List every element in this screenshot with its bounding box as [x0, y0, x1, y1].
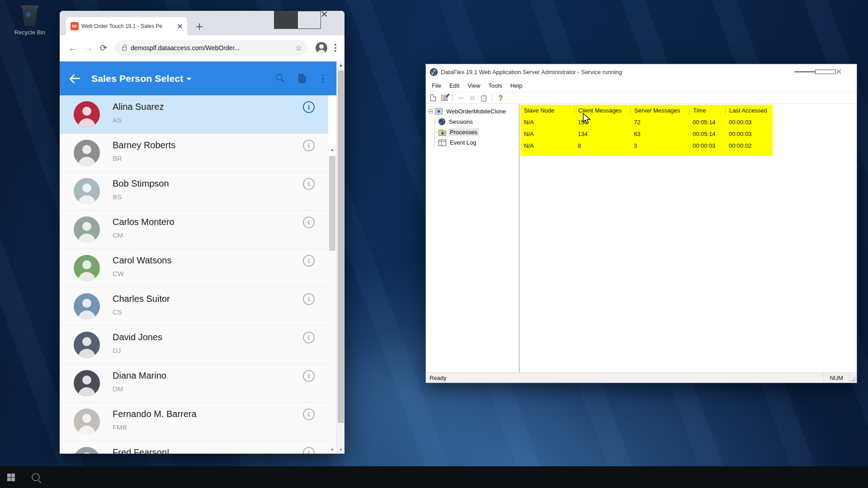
- paste-button[interactable]: 📋: [479, 94, 488, 103]
- info-button[interactable]: i: [303, 408, 315, 420]
- menu-item-help[interactable]: Help: [506, 80, 527, 91]
- person-monogram: BS: [113, 193, 169, 201]
- browser-menu-button[interactable]: [335, 44, 336, 52]
- df-maximize-button[interactable]: [815, 64, 836, 80]
- table-header-cell[interactable]: Time: [689, 106, 725, 115]
- list-scrollbar-thumb[interactable]: [329, 156, 335, 251]
- info-button[interactable]: i: [303, 447, 315, 454]
- cut-button[interactable]: ✂: [457, 94, 466, 103]
- table-header-cell[interactable]: Last Accessed: [725, 106, 773, 115]
- browser-minimize-button[interactable]: [274, 11, 297, 29]
- reload-button[interactable]: ⟳: [96, 40, 111, 56]
- info-button[interactable]: i: [303, 178, 315, 190]
- tree-item-processes[interactable]: Processes: [435, 127, 519, 137]
- person-monogram: CS: [113, 308, 170, 316]
- person-avatar: [74, 447, 100, 454]
- person-name: Barney Roberts: [113, 139, 175, 151]
- scroll-up-icon[interactable]: ▲: [328, 146, 336, 154]
- profile-avatar-button[interactable]: [316, 42, 327, 54]
- info-button[interactable]: i: [303, 255, 315, 267]
- app-menu-button[interactable]: [322, 75, 324, 83]
- table-header-cell[interactable]: Server Messages: [630, 106, 689, 115]
- menu-item-tools[interactable]: Tools: [484, 80, 506, 91]
- person-row[interactable]: Carlos MonteroCMi: [60, 211, 328, 249]
- person-row[interactable]: Bob StimpsonBSi: [60, 172, 328, 211]
- bookmark-star-icon[interactable]: ☆: [295, 43, 302, 53]
- person-row[interactable]: Carol WatsonsCWi: [60, 249, 328, 287]
- person-text: Alina SuarezAS: [113, 101, 164, 124]
- tree-item-event-log[interactable]: Event Log: [435, 137, 519, 148]
- page-scrollbar[interactable]: ▲ ▼: [336, 61, 344, 454]
- person-row[interactable]: Charles SuitorCSi: [60, 287, 328, 326]
- info-button[interactable]: i: [303, 293, 315, 305]
- person-row[interactable]: Diana MarinoDMi: [60, 364, 328, 403]
- person-row[interactable]: Barney RobertsBRi: [60, 134, 328, 172]
- taskbar-search-button[interactable]: [32, 473, 40, 481]
- lock-icon: [122, 47, 127, 51]
- person-monogram: CM: [113, 231, 175, 239]
- person-row[interactable]: David JonesDJi: [60, 326, 328, 364]
- back-button[interactable]: ←: [65, 40, 80, 56]
- recycle-bin[interactable]: ♻ Recycle Bin: [8, 4, 52, 36]
- scroll-up-icon[interactable]: ▲: [337, 61, 345, 69]
- table-row[interactable]: N/A1346300:05:1400:00:03: [520, 128, 773, 140]
- browser-tab[interactable]: DF Web Order Touch 19.1 - Sales Pe: [66, 17, 187, 35]
- table-header-cell[interactable]: Client Messages: [574, 106, 630, 115]
- menu-item-edit[interactable]: Edit: [445, 80, 463, 91]
- new-tab-button[interactable]: [193, 21, 205, 33]
- person-monogram: DJ: [113, 347, 162, 354]
- person-row[interactable]: Alina SuarezASi: [60, 95, 328, 134]
- table-cell: N/A: [520, 119, 574, 126]
- app-back-button[interactable]: [70, 73, 81, 84]
- person-row[interactable]: Fernando M. BarreraFMBi: [60, 403, 328, 441]
- page-title[interactable]: Sales Person Select: [91, 73, 191, 84]
- tree-item-sessions[interactable]: Sessions: [435, 117, 519, 127]
- copy-button[interactable]: ⧉: [468, 94, 477, 103]
- status-bar: Ready NUM: [426, 372, 857, 383]
- tree-children: SessionsProcessesEvent Log: [434, 117, 519, 148]
- scroll-down-icon[interactable]: ▼: [328, 446, 336, 454]
- info-button[interactable]: i: [303, 332, 315, 343]
- table-cell: 150: [574, 119, 630, 126]
- app-document-button[interactable]: [297, 74, 307, 84]
- df-minimize-button[interactable]: [794, 64, 815, 80]
- app-search-button[interactable]: [276, 74, 286, 84]
- menu-item-view[interactable]: View: [463, 80, 484, 91]
- list-scrollbar[interactable]: ▲ ▼: [328, 146, 336, 454]
- info-button[interactable]: i: [303, 140, 315, 151]
- person-name: Alina Suarez: [113, 101, 164, 113]
- person-row[interactable]: Fred Fearson!i: [60, 441, 328, 454]
- info-button[interactable]: i: [303, 370, 315, 382]
- scissors-icon: ✂: [458, 94, 464, 102]
- forward-button[interactable]: →: [80, 40, 96, 56]
- scroll-down-icon[interactable]: ▼: [337, 446, 345, 454]
- dataflex-title-bar[interactable]: DataFlex 19.1 Web Application Server Adm…: [426, 64, 857, 80]
- help-button[interactable]: ?: [496, 94, 505, 103]
- document-icon: [298, 74, 306, 83]
- person-avatar: [74, 370, 100, 396]
- toolbar-separator: [492, 94, 492, 102]
- address-bar[interactable]: demosplf.dataaccess.com/WebOrder... ☆: [115, 40, 307, 56]
- browser-close-button[interactable]: [321, 11, 344, 29]
- page-scrollbar-thumb[interactable]: [338, 70, 344, 423]
- table-row[interactable]: N/A8300:00:0300:00:02: [520, 140, 773, 151]
- person-monogram: FMB: [113, 423, 197, 431]
- browser-maximize-button[interactable]: [297, 11, 321, 29]
- person-name: Fred Fearson!: [113, 446, 170, 454]
- collapse-toggle-icon[interactable]: [429, 109, 433, 113]
- df-close-button[interactable]: [836, 64, 857, 80]
- start-button[interactable]: [0, 466, 22, 488]
- menu-bar: FileEditViewToolsHelp: [426, 80, 857, 92]
- tree-root-item[interactable]: WebOrderMobileClone: [429, 106, 519, 117]
- tab-close-icon[interactable]: [176, 23, 184, 30]
- info-button[interactable]: i: [303, 101, 315, 113]
- chevron-down-icon: [187, 78, 191, 80]
- new-document-button[interactable]: [429, 94, 438, 103]
- properties-button[interactable]: [440, 94, 449, 103]
- menu-item-file[interactable]: File: [428, 80, 445, 91]
- info-button[interactable]: i: [303, 216, 315, 228]
- paste-icon: 📋: [480, 94, 487, 102]
- resize-grip[interactable]: [849, 373, 857, 383]
- table-header-cell[interactable]: Slave Node: [520, 106, 574, 115]
- table-row[interactable]: N/A1507200:05:1400:00:03: [520, 116, 773, 128]
